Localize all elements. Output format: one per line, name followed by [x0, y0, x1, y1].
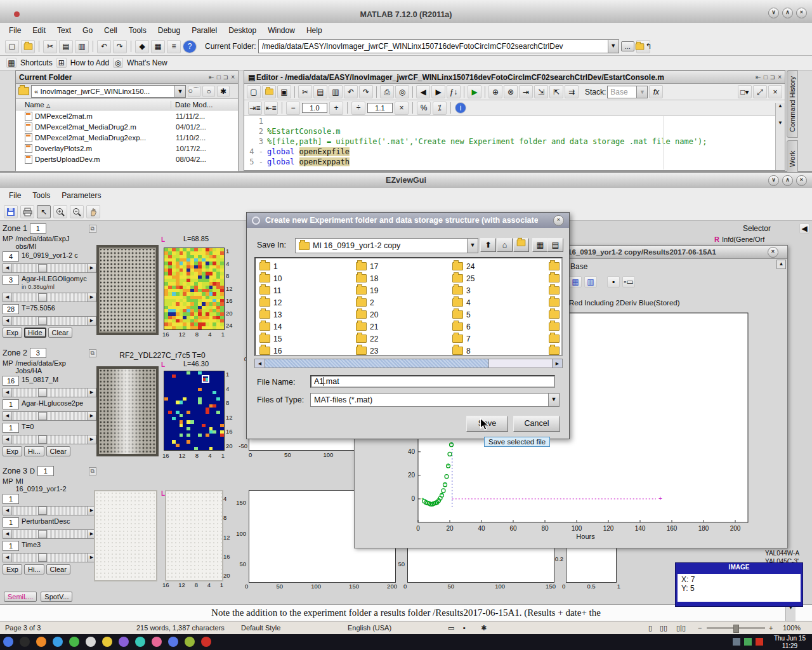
save-in-combobox[interactable]: MI 16_0919_yor1-2 copy ▼ — [295, 238, 478, 253]
zone-slider[interactable]: ◀▶ — [3, 506, 96, 515]
layer-marker-icon[interactable]: L — [161, 361, 165, 368]
matlab-menu-edit[interactable]: Edit — [27, 24, 51, 37]
zone-num-field[interactable]: 28 — [3, 304, 19, 314]
close-panel-icon[interactable]: × — [778, 74, 782, 81]
run-icon[interactable]: ▶ — [468, 85, 481, 98]
network-tray-icon[interactable] — [733, 638, 740, 646]
folder-item-1[interactable]: 1 — [259, 260, 282, 272]
selection-mode-icon[interactable]: ▭ — [448, 624, 454, 632]
chevron-down-icon[interactable]: ▼ — [467, 239, 478, 253]
continue-icon[interactable]: ⇉ — [565, 85, 579, 98]
language-selector[interactable]: English (USA) — [348, 624, 391, 632]
maximize-icon[interactable]: ∧ — [782, 175, 793, 186]
folder-item-17[interactable]: 17 — [356, 260, 378, 272]
folder-item-6[interactable]: 6 — [452, 321, 475, 333]
scroll-up-icon[interactable]: ▲ — [776, 260, 786, 269]
chevron-down-icon[interactable]: ▼ — [174, 86, 185, 97]
zone-1-button-clear[interactable]: Clear — [48, 328, 72, 338]
fx-icon[interactable]: fx — [649, 85, 663, 98]
slider-left-icon[interactable]: ◀ — [3, 293, 12, 302]
firefox-icon[interactable] — [36, 637, 46, 647]
dock-icon[interactable]: ⇤ — [209, 74, 214, 81]
folder-item-15[interactable]: 15 — [259, 333, 282, 345]
matlab-menu-text[interactable]: Text — [52, 24, 76, 37]
word-count[interactable]: 215 words, 1,387 characters — [136, 624, 225, 632]
slider-left-icon[interactable]: ◀ — [3, 554, 12, 562]
folder-item-14[interactable]: 14 — [259, 321, 282, 333]
matlab-menu-desktop[interactable]: Desktop — [223, 24, 261, 37]
file-row[interactable]: DMPexcel2mat.m11/11/2... — [16, 110, 238, 121]
selector-row-label[interactable]: Infd(Gene/Orf — [722, 235, 764, 243]
text-editor-icon[interactable] — [86, 637, 96, 647]
document-vscrollbar[interactable]: ▼ — [785, 605, 796, 621]
folder-item-clipped[interactable] — [549, 272, 560, 284]
slider-left-icon[interactable]: ◀ — [3, 530, 12, 538]
ezview-menu-parameters[interactable]: Parameters — [56, 189, 106, 202]
goto-function-icon[interactable]: ƒ↓ — [447, 85, 461, 98]
minimize-panel-icon[interactable]: □ — [764, 74, 768, 81]
office-icon[interactable] — [168, 637, 178, 647]
undock-icon[interactable]: ⊐ — [223, 74, 228, 81]
divide-value-field[interactable]: 1.1 — [367, 103, 393, 113]
zone-slider[interactable]: ◀▶ — [3, 293, 96, 302]
chevron-down-icon[interactable]: ▼ — [608, 40, 619, 53]
zoom-level[interactable]: 100% — [783, 624, 801, 632]
folder-item-12[interactable]: 12 — [259, 296, 282, 308]
layer-marker-icon[interactable]: L — [161, 236, 165, 243]
update-tray-icon[interactable] — [756, 638, 763, 646]
plate-photo-zone3-left[interactable] — [94, 490, 157, 581]
ezview-menu-tools[interactable]: Tools — [27, 189, 55, 202]
gear-icon[interactable]: ✱ — [217, 86, 230, 97]
copy-icon[interactable]: ▤ — [59, 40, 73, 53]
step-out-icon[interactable]: ⇱ — [549, 85, 563, 98]
how-to-add-link[interactable]: How to Add — [70, 58, 109, 67]
step-icon[interactable]: ⇥ — [519, 85, 533, 98]
current-folder-panel-header[interactable]: Current Folder ⇤ □ ⊐ × — [16, 71, 238, 84]
zoom-out-icon[interactable]: − — [698, 624, 702, 632]
zone-num-field[interactable]: 16 — [3, 376, 19, 386]
slider-right-icon[interactable]: ▶ — [87, 412, 96, 420]
zone-slider[interactable]: ◀▶ — [3, 388, 96, 397]
system-monitor-icon[interactable] — [185, 637, 195, 647]
zone-num-field[interactable]: 1 — [3, 541, 19, 551]
new-file-icon[interactable]: ▢ — [5, 40, 19, 53]
up-one-level-icon[interactable]: ⬆ — [480, 238, 496, 252]
zoom-in-icon[interactable]: + — [769, 624, 773, 632]
undo-icon[interactable]: ↶ — [344, 85, 358, 98]
search-in-files-icon[interactable]: ○ — [202, 86, 215, 97]
save-icon[interactable] — [4, 205, 18, 218]
chevron-down-icon[interactable]: ▼ — [548, 394, 559, 406]
folder-item-clipped[interactable] — [549, 321, 560, 333]
split-view-icon[interactable]: □▾ — [738, 85, 752, 98]
zone-3-button-exp[interactable]: Exp — [3, 564, 22, 574]
zone-slider[interactable]: ◀▶ — [3, 263, 96, 273]
folder-item-19[interactable]: 19 — [356, 284, 378, 296]
slider-left-icon[interactable]: ◀ — [3, 264, 12, 272]
mail-icon[interactable] — [69, 637, 79, 647]
scroll-left-icon[interactable]: ◀ — [255, 359, 265, 368]
zone-num-field[interactable]: 1 — [3, 399, 19, 409]
matlab-menu-parallel[interactable]: Parallel — [187, 24, 222, 37]
redo-icon[interactable]: ↷ — [359, 85, 373, 98]
cut-icon[interactable]: ✂ — [298, 85, 312, 98]
slider-right-icon[interactable]: ▶ — [87, 435, 96, 444]
minimize-icon[interactable]: ∨ — [768, 8, 779, 18]
slider-right-icon[interactable]: ▶ — [87, 293, 96, 302]
heatmap-zone2[interactable] — [164, 371, 225, 451]
current-folder-combobox[interactable]: /media/data/EASY/InovImager_jwrCF_WINLin… — [258, 39, 619, 53]
shortcuts-label[interactable]: Shortcuts — [20, 58, 53, 67]
column-header-date[interactable]: Date Mod... — [171, 101, 213, 109]
pan-hand-icon[interactable] — [86, 205, 100, 218]
zone-2-button-hi[interactable]: Hi... — [24, 446, 44, 456]
ezviewgui-titlebar[interactable]: EZviewGui ∨ ∧ × — [0, 173, 812, 189]
close-icon[interactable]: × — [796, 175, 807, 186]
divide-icon[interactable]: ÷ — [351, 102, 365, 115]
decrease-indent-icon[interactable]: ⇤≡ — [264, 102, 278, 115]
matlab-menu-debug[interactable]: Debug — [153, 24, 185, 37]
semilog-button[interactable]: SemiL... — [4, 592, 37, 602]
zone-3-button-hi[interactable]: Hi... — [24, 564, 44, 574]
increment-icon[interactable]: + — [329, 102, 343, 115]
files-of-type-combobox[interactable]: MAT-files (*.mat) ▼ — [310, 393, 560, 407]
paste-icon[interactable]: ▥ — [75, 40, 89, 53]
decrement-value-field[interactable]: 1.0 — [302, 103, 327, 113]
